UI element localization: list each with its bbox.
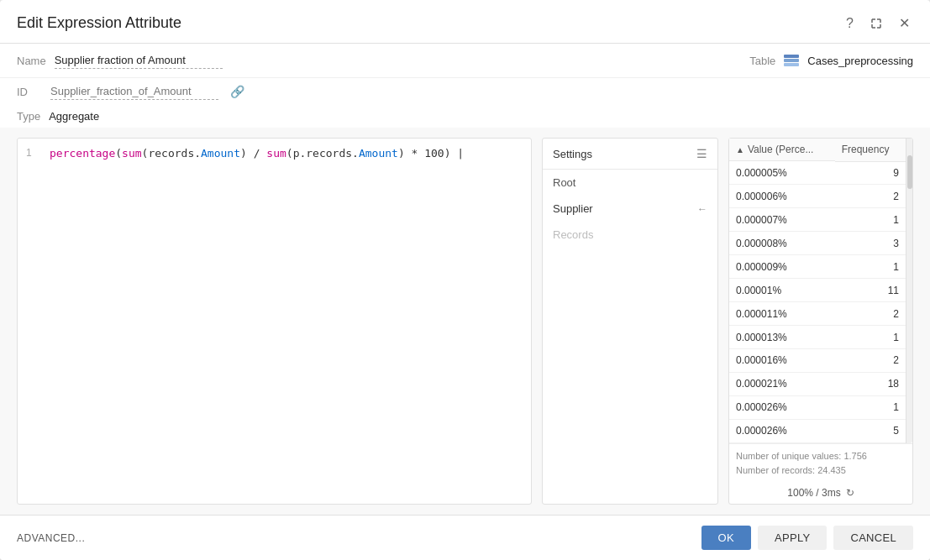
close-button[interactable]: ✕ — [896, 13, 913, 33]
refresh-icon[interactable]: ↻ — [846, 487, 854, 499]
dialog-footer: ADVANCED... OK APPLY CANCEL — [0, 515, 930, 560]
preview-cell-frequency: 1 — [835, 395, 906, 419]
settings-item-records-label: Records — [553, 228, 593, 241]
table-row: 0.000026%5 — [729, 419, 906, 442]
settings-title: Settings — [553, 148, 592, 160]
col2-header-text: Frequency — [842, 144, 890, 155]
settings-item-root-label: Root — [553, 176, 575, 189]
footer-right: OK APPLY CANCEL — [701, 526, 913, 550]
table-row: 0.000005%9 — [729, 161, 906, 185]
preview-cell-value: 0.000009% — [729, 255, 835, 279]
sort-icon-up: ▲ — [736, 145, 744, 154]
preview-cell-value: 0.000026% — [729, 419, 835, 442]
col1-header-text: Value (Perce... — [748, 144, 813, 155]
settings-panel: Settings ☰ Root Supplier ← Records — [542, 138, 718, 505]
preview-cell-value: 0.000011% — [729, 302, 835, 326]
divider: ) / — [240, 147, 266, 160]
scrollbar-track[interactable] — [906, 139, 912, 443]
name-input[interactable] — [55, 52, 223, 69]
id-group: ID 🔗 — [17, 83, 244, 100]
preview-table: ▲ Value (Perce... Frequency 0.000005%90.… — [729, 139, 906, 443]
preview-cell-frequency: 1 — [835, 255, 906, 279]
progress-text: 100% / 3ms — [787, 487, 840, 499]
preview-cell-frequency: 3 — [835, 232, 906, 255]
expand-icon — [870, 18, 882, 29]
edit-expression-dialog: Edit Expression Attribute ? ✕ Name Table — [0, 0, 930, 560]
table-name: Cases_preprocessing — [807, 55, 913, 67]
main-content: 1 percentage(sum(records.Amount) / sum(p… — [0, 128, 930, 515]
table-row: 0.000007%1 — [729, 208, 906, 232]
preview-cell-value: 0.000006% — [729, 185, 835, 208]
apply-button[interactable]: APPLY — [758, 526, 827, 550]
table-group: Table Cases_preprocessing — [749, 55, 913, 67]
type-value: Aggregate — [49, 110, 99, 123]
form-row-id: ID 🔗 — [0, 78, 930, 105]
settings-header: Settings ☰ — [543, 139, 717, 170]
code-content-1: percentage(sum(records.Amount) / sum(p.r… — [50, 147, 464, 160]
preview-cell-value: 0.00001% — [729, 279, 835, 302]
preview-cell-frequency: 5 — [835, 419, 906, 442]
id-label: ID — [17, 86, 42, 98]
preview-cell-value: 0.000021% — [729, 372, 835, 395]
type-label: Type — [17, 110, 40, 123]
expand-button[interactable] — [867, 16, 885, 31]
ok-button[interactable]: OK — [701, 526, 751, 550]
sum2-keyword: sum — [266, 147, 286, 160]
preview-cell-value: 0.000008% — [729, 232, 835, 255]
table-row: 0.000013%1 — [729, 326, 906, 349]
scrollbar-thumb[interactable] — [907, 155, 912, 189]
stat-unique: Number of unique values: 1.756 — [736, 449, 906, 464]
form-row-name-table: Name Table Cases_preprocessing — [0, 44, 930, 78]
preview-cell-value: 0.000005% — [729, 161, 835, 185]
col2-header: Frequency — [835, 139, 906, 161]
preview-cell-frequency: 9 — [835, 161, 906, 185]
inner-paren: (records. — [142, 147, 201, 160]
table-row: 0.000008%3 — [729, 232, 906, 255]
stat-records: Number of records: 24.435 — [736, 463, 906, 479]
advanced-button[interactable]: ADVANCED... — [17, 532, 85, 544]
code-line-1: 1 percentage(sum(records.Amount) / sum(p… — [26, 147, 523, 160]
link-icon: 🔗 — [230, 85, 244, 98]
code-editor-panel[interactable]: 1 percentage(sum(records.Amount) / sum(p… — [17, 138, 532, 505]
id-input[interactable] — [50, 83, 218, 100]
table-row: 0.00001%11 — [729, 279, 906, 302]
table-icon-svg — [784, 55, 799, 66]
dialog-header: Edit Expression Attribute ? ✕ — [0, 0, 930, 44]
paren-open: ( — [115, 147, 122, 160]
svg-rect-0 — [784, 55, 799, 58]
preview-table-wrap: ▲ Value (Perce... Frequency 0.000005%90.… — [729, 139, 912, 443]
type-row: Type Aggregate — [0, 105, 930, 128]
func-keyword: percentage — [50, 147, 115, 160]
name-label: Name — [17, 55, 46, 67]
settings-item-supplier[interactable]: Supplier ← — [543, 196, 717, 222]
preview-cell-value: 0.000026% — [729, 395, 835, 419]
settings-item-records[interactable]: Records — [543, 222, 717, 248]
table-row: 0.000011%2 — [729, 302, 906, 326]
table-row: 0.000009%1 — [729, 255, 906, 279]
line-number-1: 1 — [26, 147, 39, 160]
preview-stats: Number of unique values: 1.756 Number of… — [736, 449, 906, 479]
preview-cell-value: 0.000007% — [729, 208, 835, 232]
table-row: 0.000021%18 — [729, 372, 906, 395]
preview-cell-value: 0.000016% — [729, 349, 835, 373]
table-row: 0.000016%2 — [729, 349, 906, 373]
preview-cell-frequency: 2 — [835, 349, 906, 373]
p-records: (p.records. — [286, 147, 359, 160]
table-row: 0.000026%1 — [729, 395, 906, 419]
preview-cell-frequency: 11 — [835, 279, 906, 302]
arrow-left-icon: ← — [697, 203, 707, 215]
svg-rect-1 — [784, 59, 799, 62]
preview-progress: 100% / 3ms ↻ — [729, 484, 912, 504]
amount-field2: Amount — [359, 147, 398, 160]
hamburger-icon[interactable]: ☰ — [696, 147, 707, 160]
settings-item-supplier-label: Supplier — [553, 202, 593, 215]
header-icons: ? ✕ — [843, 13, 913, 33]
settings-item-root[interactable]: Root — [543, 170, 717, 196]
preview-cell-frequency: 2 — [835, 185, 906, 208]
help-button[interactable]: ? — [843, 14, 857, 33]
preview-footer: Number of unique values: 1.756 Number of… — [729, 443, 912, 484]
cancel-button[interactable]: CANCEL — [833, 526, 913, 550]
multiplier: ) * 100) | — [398, 147, 464, 160]
preview-cell-value: 0.000013% — [729, 326, 835, 349]
sum-keyword: sum — [122, 147, 141, 160]
